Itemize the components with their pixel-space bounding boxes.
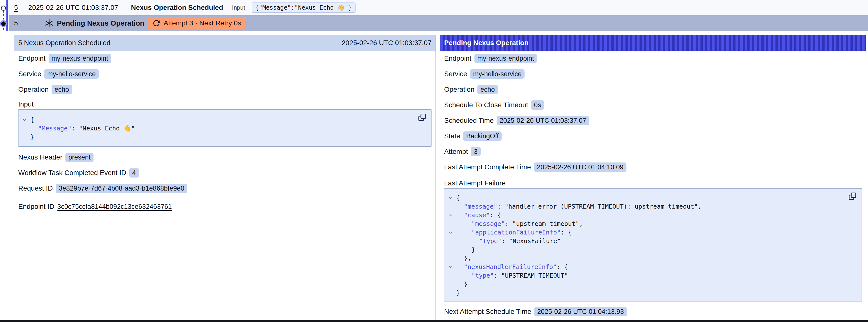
chevron-down-icon[interactable] — [448, 263, 453, 271]
pending-operation-detail-panel: Pending Nexus Operation Endpoint my-nexu… — [440, 35, 866, 320]
retry-icon — [153, 20, 160, 27]
field-row-operation: Operation echo — [444, 85, 866, 94]
chevron-down-icon[interactable] — [448, 211, 453, 219]
field-row-endpoint: Endpoint my-nexus-endpoint — [18, 54, 435, 63]
field-label: Schedule To Close Timeout — [444, 101, 528, 109]
field-value-badge: my-nexus-endpoint — [474, 54, 537, 63]
field-label: Operation — [18, 86, 49, 93]
timeline-filled-circle-icon[interactable] — [1, 22, 6, 26]
field-row-next-attempt-schedule-time: Next Attempt Schedule Time 2025-02-26 UT… — [444, 307, 866, 316]
field-row-operation: Operation echo — [18, 85, 435, 94]
attempt-retry-badge: Attempt 3 · Next Retry 0s — [148, 17, 246, 30]
field-label: Last Attempt Complete Time — [444, 163, 531, 171]
scheduled-panel-timestamp: 2025-02-26 UTC 01:03:37.07 — [342, 39, 432, 47]
field-value-badge: 2025-02-26 UTC 01:03:37.07 — [497, 116, 589, 125]
field-value-badge: BackingOff — [463, 131, 502, 141]
event-input-label: Input — [232, 4, 245, 11]
code-line: "type": "UPSTREAM_TIMEOUT" — [444, 271, 862, 280]
field-value-badge: 2025-02-26 UTC 01:04:13.93 — [534, 307, 627, 316]
field-row-endpoint-id: Endpoint ID 3c0c75ccfa8144b092c13ce63246… — [18, 202, 435, 211]
scheduled-panel-header: 5 Nexus Operation Scheduled 2025-02-26 U… — [14, 35, 435, 51]
code-line: "cause": { — [444, 211, 862, 219]
field-row-service: Service my-hello-service — [444, 69, 866, 79]
code-line: }, — [444, 254, 862, 263]
field-value-badge: my-nexus-endpoint — [49, 54, 111, 63]
code-line: "message": "handler error (UPSTREAM_TIME… — [444, 202, 862, 211]
event-row-pending-nexus-operation[interactable]: 5 Pending Nexus Operation Attempt 3 · Ne… — [9, 15, 868, 31]
code-line: { — [444, 194, 862, 202]
field-value-badge: my-hello-service — [44, 69, 99, 79]
scheduled-event-detail-panel: 5 Nexus Operation Scheduled 2025-02-26 U… — [14, 35, 436, 320]
field-label: Service — [444, 70, 467, 78]
bottom-edge-bar — [0, 320, 868, 322]
field-value-badge: echo — [52, 85, 72, 94]
code-line: "message": "upstream timeout", — [444, 219, 862, 228]
failure-section-label: Last Attempt Failure — [444, 180, 866, 187]
event-input-chip: {"Message":"Nexus Echo 👋"} — [252, 2, 355, 13]
pending-panel-title: Pending Nexus Operation — [444, 39, 528, 47]
field-row-nexus-header: Nexus Header present — [18, 153, 435, 162]
field-label: Endpoint ID — [18, 203, 54, 211]
field-label: Nexus Header — [18, 153, 62, 161]
field-value-badge: my-hello-service — [470, 69, 525, 79]
field-label: Operation — [444, 86, 474, 93]
field-value-badge: 3e829b7e-7d67-4b08-aad3-b1e868bfe9e0 — [56, 184, 187, 193]
field-row-workflow-task-completed-event-id: Workflow Task Completed Event ID 4 — [18, 168, 435, 178]
pending-panel-header: Pending Nexus Operation — [440, 35, 866, 51]
event-row-nexus-operation-scheduled[interactable]: 5 2025-02-26 UTC 01:03:37.07 Nexus Opera… — [9, 0, 868, 15]
field-row-last-attempt-complete-time: Last Attempt Complete Time 2025-02-26 UT… — [444, 162, 866, 172]
field-row-state: State BackingOff — [444, 131, 866, 141]
code-line: "applicationFailureInfo": { — [444, 228, 862, 237]
field-row-request-id: Request ID 3e829b7e-7d67-4b08-aad3-b1e86… — [18, 184, 435, 193]
field-row-schedule-to-close-timeout: Schedule To Close Timeout 0s — [444, 100, 866, 110]
field-value-badge: 4 — [129, 168, 139, 178]
code-line: "type": "NexusFailure" — [444, 237, 862, 245]
endpoint-id-link[interactable]: 3c0c75ccfa8144b092c13ce632463761 — [57, 203, 172, 211]
field-value-badge: echo — [477, 85, 498, 94]
code-line: { — [19, 116, 431, 124]
field-row-scheduled-time: Scheduled Time 2025-02-26 UTC 01:03:37.0… — [444, 116, 866, 125]
input-section-label: Input — [18, 101, 435, 108]
code-line: } — [444, 245, 862, 254]
field-label: Attempt — [444, 148, 468, 156]
event-id-link[interactable]: 5 — [14, 4, 18, 11]
code-line: } — [19, 133, 431, 141]
chevron-down-icon[interactable] — [23, 116, 27, 124]
scheduled-panel-title: 5 Nexus Operation Scheduled — [18, 39, 111, 47]
timeline-accent-bar — [6, 0, 8, 31]
failure-code-block: {"message": "handler error (UPSTREAM_TIM… — [444, 188, 862, 302]
workflow-event-history-screen: 5 2025-02-26 UTC 01:03:37.07 Nexus Opera… — [0, 0, 868, 322]
timeline-hollow-circle-icon[interactable] — [1, 6, 6, 10]
field-value-badge: present — [65, 153, 94, 162]
event-title: Nexus Operation Scheduled — [131, 4, 223, 11]
field-value-badge: 2025-02-26 UTC 01:04:10.09 — [534, 162, 626, 172]
field-label: Next Attempt Schedule Time — [444, 308, 531, 316]
asterisk-icon — [45, 19, 54, 28]
code-line: "nexusHandlerFailureInfo": { — [444, 263, 862, 271]
field-label: Endpoint — [444, 55, 471, 62]
field-value-badge: 0s — [531, 100, 544, 110]
attempt-badge-label: Attempt 3 · Next Retry 0s — [163, 19, 241, 27]
field-label: Service — [18, 70, 41, 78]
code-line: } — [444, 288, 862, 297]
event-title: Pending Nexus Operation — [57, 19, 145, 27]
chevron-down-icon[interactable] — [448, 228, 453, 237]
field-row-service: Service my-hello-service — [18, 69, 435, 79]
field-label: Request ID — [18, 185, 53, 192]
code-line: "Message": "Nexus Echo 👋" — [19, 124, 431, 133]
field-row-attempt: Attempt 3 — [444, 147, 866, 156]
code-line: } — [444, 280, 862, 288]
field-label: Scheduled Time — [444, 117, 494, 125]
chevron-down-icon[interactable] — [448, 194, 453, 202]
event-time: 2025-02-26 UTC 01:03:37.07 — [28, 4, 118, 11]
field-label: Endpoint — [18, 55, 45, 62]
input-code-block: {"Message": "Nexus Echo 👋"} — [18, 109, 432, 147]
field-label: Workflow Task Completed Event ID — [18, 169, 126, 177]
field-label: State — [444, 132, 460, 140]
event-id-link[interactable]: 5 — [14, 19, 18, 27]
field-row-endpoint: Endpoint my-nexus-endpoint — [444, 54, 866, 63]
field-value-badge: 3 — [471, 147, 480, 156]
